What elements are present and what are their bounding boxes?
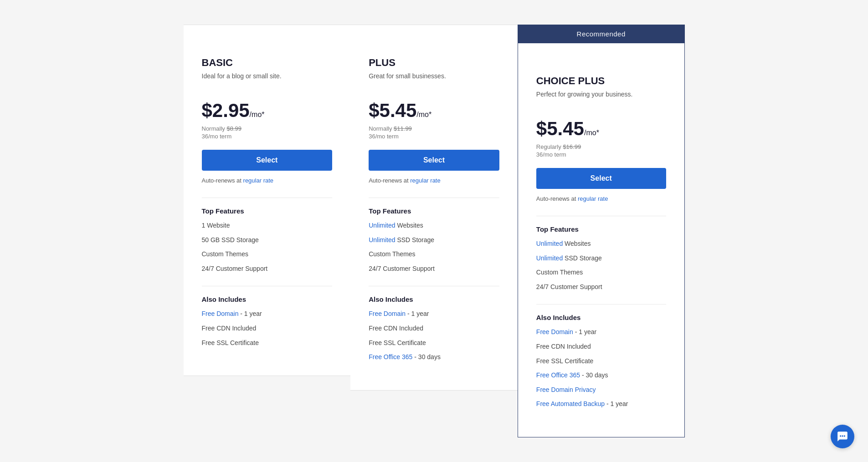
feature-link[interactable]: Unlimited <box>369 236 395 244</box>
plan-card-choice-plus: CHOICE PLUSPerfect for growing your busi… <box>518 43 685 437</box>
include-link[interactable]: Free Domain <box>369 310 406 317</box>
include-link[interactable]: Free Domain <box>536 328 573 335</box>
include-link[interactable]: Free Domain <box>202 310 239 317</box>
include-item: Free Domain - 1 year <box>202 310 333 319</box>
plan-description: Ideal for a blog or small site. <box>202 71 333 91</box>
recommended-badge: Recommended <box>518 25 685 43</box>
price-amount: $5.45 <box>369 100 416 122</box>
price-amount: $5.45 <box>536 118 584 140</box>
regular-rate-link[interactable]: regular rate <box>578 195 608 202</box>
include-item: Free SSL Certificate <box>536 357 666 366</box>
price-term: 36/mo term <box>369 133 499 140</box>
pricing-container: BASICIdeal for a blog or small site.$2.9… <box>184 25 685 437</box>
regular-rate-link[interactable]: regular rate <box>410 177 440 184</box>
include-item: Free Office 365 - 30 days <box>536 371 666 380</box>
select-button-plus[interactable]: Select <box>369 150 499 171</box>
feature-link[interactable]: Unlimited <box>369 222 395 229</box>
price-period: /mo* <box>250 111 265 119</box>
include-item: Free Domain Privacy <box>536 386 666 395</box>
include-item: Free CDN Included <box>536 342 666 351</box>
include-item: Free CDN Included <box>369 324 499 333</box>
top-features-label: Top Features <box>536 225 666 233</box>
price-term: 36/mo term <box>202 133 333 140</box>
feature-item: 24/7 Customer Support <box>202 264 333 274</box>
plan-name: CHOICE PLUS <box>536 75 666 87</box>
feature-item: Unlimited Websites <box>369 221 499 230</box>
plan-name: BASIC <box>202 57 333 69</box>
feature-item: Custom Themes <box>369 250 499 259</box>
include-item: Free Domain - 1 year <box>536 328 666 337</box>
feature-item: 24/7 Customer Support <box>536 283 666 292</box>
top-features-label: Top Features <box>202 207 333 215</box>
auto-renews-text: Auto-renews at regular rate <box>369 177 499 184</box>
include-link[interactable]: Free Automated Backup <box>536 400 605 407</box>
also-includes-label: Also Includes <box>202 295 333 303</box>
feature-item: 1 Website <box>202 221 333 230</box>
plan-price: $5.45/mo* <box>369 100 499 122</box>
price-normally: Regularly $16.99 <box>536 143 666 150</box>
select-button-choice-plus[interactable]: Select <box>536 168 666 189</box>
price-normally: Normally $8.99 <box>202 125 333 132</box>
feature-link[interactable]: Unlimited <box>536 254 563 262</box>
plan-price: $2.95/mo* <box>202 100 333 122</box>
feature-item: Custom Themes <box>202 250 333 259</box>
also-includes-section: Also IncludesFree Domain - 1 yearFree CD… <box>369 286 499 361</box>
also-includes-section: Also IncludesFree Domain - 1 yearFree CD… <box>202 286 333 347</box>
include-item: Free CDN Included <box>202 324 333 333</box>
feature-item: 24/7 Customer Support <box>369 264 499 274</box>
feature-item: Custom Themes <box>536 268 666 277</box>
svg-point-2 <box>844 435 845 437</box>
price-amount: $2.95 <box>202 100 250 122</box>
price-period: /mo* <box>584 129 599 137</box>
plan-card-basic: BASICIdeal for a blog or small site.$2.9… <box>184 25 351 376</box>
feature-link[interactable]: Unlimited <box>536 240 563 247</box>
include-link[interactable]: Free Office 365 <box>536 371 580 379</box>
plan-name: PLUS <box>369 57 499 69</box>
include-item: Free Domain - 1 year <box>369 310 499 319</box>
price-term: 36/mo term <box>536 151 666 158</box>
plan-description: Perfect for growing your business. <box>536 90 666 109</box>
svg-point-0 <box>840 435 841 437</box>
include-link[interactable]: Free Office 365 <box>369 353 412 360</box>
plan-price: $5.45/mo* <box>536 118 666 140</box>
auto-renews-text: Auto-renews at regular rate <box>202 177 333 184</box>
include-item: Free SSL Certificate <box>202 339 333 348</box>
chat-button[interactable] <box>831 425 854 448</box>
include-link[interactable]: Free Domain Privacy <box>536 386 596 393</box>
feature-item: Unlimited Websites <box>536 239 666 249</box>
include-item: Free Automated Backup - 1 year <box>536 400 666 409</box>
auto-renews-text: Auto-renews at regular rate <box>536 195 666 202</box>
plan-description: Great for small businesses. <box>369 71 499 91</box>
price-period: /mo* <box>416 111 431 119</box>
include-item: Free SSL Certificate <box>369 339 499 348</box>
regular-rate-link[interactable]: regular rate <box>243 177 273 184</box>
plan-card-plus: PLUSGreat for small businesses.$5.45/mo*… <box>350 25 518 391</box>
also-includes-label: Also Includes <box>536 314 666 321</box>
price-normally: Normally $11.99 <box>369 125 499 132</box>
select-button-basic[interactable]: Select <box>202 150 333 171</box>
top-features-label: Top Features <box>369 207 499 215</box>
include-item: Free Office 365 - 30 days <box>369 353 499 362</box>
svg-point-1 <box>842 435 843 437</box>
feature-item: 50 GB SSD Storage <box>202 236 333 245</box>
also-includes-label: Also Includes <box>369 295 499 303</box>
feature-item: Unlimited SSD Storage <box>369 236 499 245</box>
also-includes-section: Also IncludesFree Domain - 1 yearFree CD… <box>536 304 666 409</box>
feature-item: Unlimited SSD Storage <box>536 254 666 263</box>
